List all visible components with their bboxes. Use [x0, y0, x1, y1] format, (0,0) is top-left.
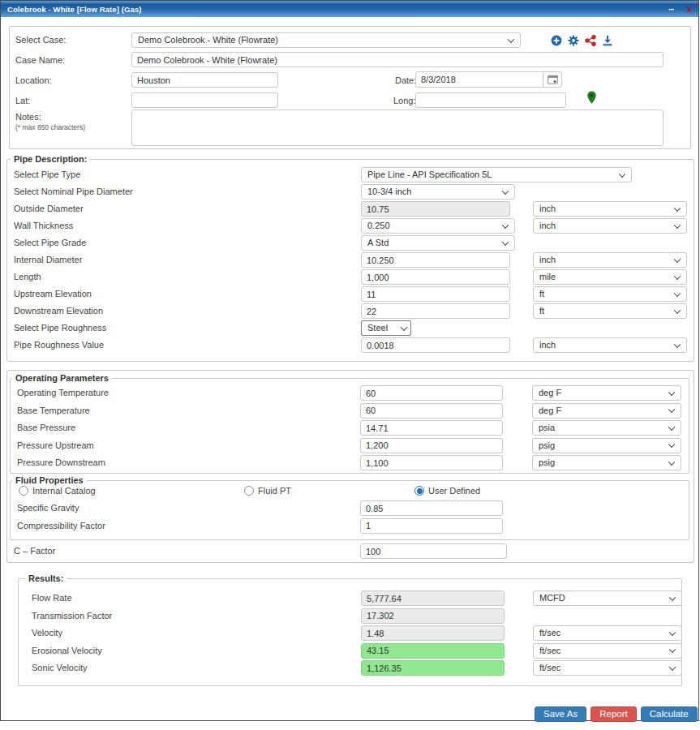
upstream-elevation-input[interactable]: [361, 286, 510, 302]
notes-hint: (* max 850 characters): [15, 123, 125, 131]
downstream-elevation-unit-select[interactable]: ft: [533, 303, 687, 319]
save-as-button[interactable]: Save As: [535, 706, 586, 722]
gear-icon[interactable]: [567, 34, 579, 46]
calendar-icon[interactable]: [543, 72, 561, 87]
results-section: Results: Flow Rate MCFD Transmission Fac…: [18, 573, 682, 686]
field-label: Downstream Elevation: [14, 303, 103, 320]
velocity-unit-select[interactable]: ft/sec: [533, 625, 682, 641]
pipe-roughness-select[interactable]: Steel: [361, 320, 411, 336]
field-label: Upstream Elevation: [14, 286, 92, 303]
download-icon[interactable]: [601, 34, 613, 46]
field-label: Length: [14, 268, 41, 286]
base-temperature-row: Base Temperature deg F: [11, 402, 689, 420]
chevron-down-icon: [674, 290, 681, 296]
compressibility-factor-row: Compressibility Factor: [11, 517, 689, 535]
wall-thickness-row: Wall Thickness 0.250 inch: [7, 217, 694, 234]
calculate-button[interactable]: Calculate: [641, 706, 698, 722]
field-label: Select Pipe Type: [14, 166, 80, 183]
downstream-elevation-row: Downstream Elevation ft: [7, 303, 694, 320]
internal-diameter-unit-select[interactable]: inch: [533, 252, 687, 268]
location-input[interactable]: [131, 72, 278, 88]
upstream-elevation-unit-select[interactable]: ft: [533, 286, 687, 302]
notes-textarea[interactable]: [131, 110, 663, 146]
flow-rate-row: Flow Rate MCFD: [19, 590, 681, 608]
base-pressure-unit-select[interactable]: psia: [532, 420, 681, 436]
outside-diameter-unit-select[interactable]: inch: [533, 201, 687, 217]
erosional-velocity-unit-select[interactable]: ft/sec: [533, 643, 682, 659]
map-pin-icon[interactable]: [586, 92, 598, 104]
radio-user-defined[interactable]: User Defined: [414, 486, 480, 496]
window-title: Colebrook - White [Flow Rate] (Gas): [7, 5, 668, 14]
pipe-type-select[interactable]: Pipe Line - API Specification 5L: [361, 167, 632, 182]
chevron-down-icon: [674, 221, 681, 228]
add-circle-icon[interactable]: [550, 34, 562, 46]
field-label: Select Nominal Pipe Diameter: [14, 183, 133, 200]
operating-parameters-legend: Operating Parameters: [12, 373, 112, 383]
field-label: Sonic Velocity: [32, 659, 87, 677]
nominal-diameter-select[interactable]: 10-3/4 inch: [361, 184, 515, 200]
length-unit-select[interactable]: mile: [533, 269, 687, 285]
wall-thickness-unit-select[interactable]: inch: [533, 218, 687, 234]
radio-selected-icon: [414, 486, 424, 496]
wall-thickness-select[interactable]: 0.250: [361, 218, 515, 234]
select-case-dropdown[interactable]: Demo Colebrook - White (Flowrate): [131, 32, 521, 48]
length-input[interactable]: [361, 269, 510, 285]
field-label: Transmission Factor: [32, 608, 112, 625]
erosional-velocity-row: Erosional Velocity ft/sec: [19, 642, 681, 660]
base-temperature-unit-select[interactable]: deg F: [532, 403, 681, 419]
field-label: Specific Gravity: [17, 500, 79, 517]
field-label: Base Temperature: [17, 402, 90, 420]
length-row: Length mile: [7, 268, 694, 286]
chevron-down-icon: [669, 629, 676, 635]
parameters-section: Operating Parameters Operating Temperatu…: [6, 370, 694, 563]
pressure-downstream-input[interactable]: [360, 455, 503, 470]
share-icon[interactable]: [584, 34, 596, 46]
app-window: Colebrook - White [Flow Rate] (Gas) – x …: [0, 0, 699, 721]
report-button[interactable]: Report: [590, 706, 637, 722]
sonic-velocity-unit-select[interactable]: ft/sec: [533, 660, 682, 676]
base-pressure-input[interactable]: [360, 420, 503, 436]
specific-gravity-input[interactable]: [360, 500, 503, 516]
pressure-upstream-input[interactable]: [360, 438, 503, 453]
roughness-value-input[interactable]: [361, 337, 510, 353]
sonic-velocity-row: Sonic Velocity ft/sec: [19, 659, 681, 677]
chevron-down-icon: [674, 307, 681, 313]
date-input[interactable]: [416, 72, 542, 87]
flow-rate-output: [361, 590, 505, 606]
outside-diameter-input: [361, 201, 510, 217]
field-label: Internal Diameter: [14, 251, 82, 268]
radio-fluid-pt[interactable]: Fluid PT: [244, 486, 291, 496]
field-label: Flow Rate: [32, 590, 72, 608]
field-label: Pressure Downstream: [17, 454, 105, 472]
chevron-down-icon: [674, 341, 681, 347]
pipe-roughness-row: Select Pipe Roughness Steel: [7, 320, 694, 337]
pipe-grade-select[interactable]: A Std: [361, 235, 515, 251]
c-factor-input[interactable]: [360, 543, 507, 559]
c-factor-row: C – Factor: [7, 543, 694, 560]
base-temperature-input[interactable]: [360, 403, 503, 419]
operating-temperature-input[interactable]: [360, 385, 503, 401]
case-info-section: Select Case: Demo Colebrook - White (Flo…: [9, 26, 691, 149]
c-factor-label: C – Factor: [14, 543, 55, 560]
flow-rate-unit-select[interactable]: MCFD: [533, 590, 682, 606]
operating-temperature-unit-select[interactable]: deg F: [532, 385, 681, 401]
long-input[interactable]: [415, 92, 566, 108]
chevron-down-icon: [669, 646, 676, 652]
roughness-value-unit-select[interactable]: inch: [533, 337, 687, 353]
nominal-diameter-row: Select Nominal Pipe Diameter 10-3/4 inch: [7, 183, 694, 200]
internal-diameter-input[interactable]: [361, 252, 510, 268]
downstream-elevation-input[interactable]: [361, 303, 510, 319]
field-label: Velocity: [32, 625, 62, 642]
case-name-input[interactable]: [131, 52, 663, 67]
pressure-upstream-unit-select[interactable]: psig: [532, 438, 681, 453]
close-button[interactable]: x: [687, 5, 692, 13]
pressure-downstream-unit-select[interactable]: psig: [532, 455, 681, 470]
chevron-down-icon: [401, 324, 407, 330]
minimize-button[interactable]: –: [668, 5, 674, 13]
radio-internal-catalog[interactable]: Internal Catalog: [19, 486, 96, 496]
fluid-properties-section: Fluid Properties Internal Catalog Fluid …: [10, 475, 689, 540]
lat-input[interactable]: [131, 92, 278, 108]
compressibility-factor-input[interactable]: [360, 518, 503, 534]
pressure-upstream-row: Pressure Upstream psig: [11, 437, 689, 455]
chevron-down-icon: [619, 170, 625, 177]
